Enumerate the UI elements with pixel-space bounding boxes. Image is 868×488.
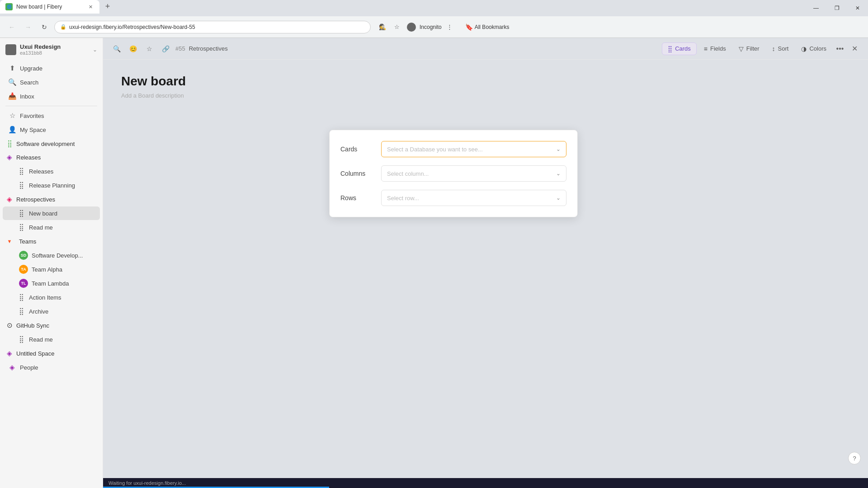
software-dev-section[interactable]: ⣿ Software development <box>3 137 100 150</box>
archive-icon: ⣿ <box>17 307 25 315</box>
upgrade-icon: ⬆ <box>8 64 16 72</box>
more-options-button[interactable]: ••• <box>834 42 846 55</box>
bookmark-star-icon[interactable]: ☆ <box>391 21 403 33</box>
sidebar-item-inbox[interactable]: 📥 Inbox <box>3 89 100 103</box>
sidebar-item-upgrade[interactable]: ⬆ Upgrade <box>3 61 100 75</box>
retrospectives-section[interactable]: ◈ Retrospectives <box>3 193 100 206</box>
cards-config-row: Cards Select a Database you want to see.… <box>340 141 566 157</box>
sort-icon: ↕ <box>772 45 775 52</box>
releases-icon: ⣿ <box>17 167 25 175</box>
releases-section[interactable]: ◈ Releases <box>3 151 100 164</box>
sidebar-item-team-sd[interactable]: SD Software Develop... <box>3 249 100 262</box>
rows-config-label: Rows <box>340 194 381 202</box>
sidebar-item-my-space[interactable]: 👤 My Space <box>3 123 100 136</box>
incognito-label: Incognito <box>420 24 442 30</box>
workspace-chevron-icon: ⌄ <box>93 47 97 53</box>
new-tab-button[interactable]: + <box>101 0 114 13</box>
tab-favicon: 🌀 <box>5 3 13 10</box>
minimize-button[interactable]: — <box>806 0 826 16</box>
config-panel: Cards Select a Database you want to see.… <box>329 130 578 217</box>
lock-icon: 🔒 <box>60 24 66 30</box>
url-bar[interactable]: 🔒 uxui-redesign.fibery.io/Retrospectives… <box>54 21 371 33</box>
teams-section[interactable]: ▼ Teams <box>3 235 100 248</box>
toolbar-emoji-icon[interactable]: 😊 <box>127 42 139 55</box>
workspace-name: Uxui Redesign <box>20 43 61 50</box>
columns-config-row: Columns Select column... ⌄ <box>340 165 566 182</box>
toolbar-link-icon[interactable]: 🔗 <box>159 42 172 55</box>
cards-view-button[interactable]: ⣿ Cards <box>662 42 697 55</box>
columns-select-placeholder: Select column... <box>387 170 429 177</box>
restore-button[interactable]: ❐ <box>826 0 847 16</box>
sidebar-item-favorites[interactable]: ☆ Favorites <box>3 109 100 122</box>
sidebar-item-archive[interactable]: ⣿ Archive <box>3 305 100 318</box>
sidebar-item-team-lambda[interactable]: TL Team Lambda <box>3 277 100 290</box>
all-bookmarks-label: All Bookmarks <box>475 24 509 30</box>
github-readme-icon: ⣿ <box>17 335 25 343</box>
fields-icon: ≡ <box>704 45 708 52</box>
sidebar-item-search[interactable]: 🔍 Search <box>3 75 100 89</box>
team-sd-label: Software Develop... <box>32 252 83 259</box>
sidebar-item-new-board[interactable]: ⣿ New board <box>3 206 100 220</box>
tab-close-button[interactable]: ✕ <box>87 3 94 10</box>
columns-select-chevron-icon: ⌄ <box>556 170 561 177</box>
refresh-button[interactable]: ↻ <box>38 21 51 33</box>
toolbar-search-icon[interactable]: 🔍 <box>110 42 123 55</box>
github-icon: ⊙ <box>5 321 14 329</box>
columns-select[interactable]: Select column... ⌄ <box>381 165 566 182</box>
rows-select-placeholder: Select row... <box>387 195 419 202</box>
colors-button[interactable]: ◑ Colors <box>796 43 832 55</box>
status-text: Waiting for uxui-redesign.fibery.io... <box>108 480 186 486</box>
page-title: New board <box>121 74 850 89</box>
sidebar-item-team-alpha[interactable]: TA Team Alpha <box>3 263 100 276</box>
retrospectives-icon: ◈ <box>5 195 14 203</box>
teams-chevron-icon: ▼ <box>5 237 14 245</box>
workspace-header[interactable]: Uxui Redesign ea131bb8 ⌄ <box>0 38 103 59</box>
toolbar-star-icon[interactable]: ☆ <box>143 42 156 55</box>
untitled-space-label: Untitled Space <box>16 350 55 357</box>
team-sd-avatar: SD <box>19 251 28 260</box>
toolbar: 🔍 😊 ☆ 🔗 #55 Retrospectives ⣿ Cards ≡ Fie… <box>103 38 868 60</box>
software-dev-icon: ⣿ <box>5 140 14 148</box>
page-description[interactable]: Add a Board description <box>121 92 850 99</box>
extension-icon[interactable]: 🕵 <box>376 21 389 33</box>
back-button[interactable]: ← <box>5 21 18 33</box>
cards-select-chevron-icon: ⌄ <box>556 146 561 152</box>
teams-label: Teams <box>19 238 36 245</box>
favorites-icon: ☆ <box>8 112 16 120</box>
status-bar: Waiting for uxui-redesign.fibery.io... <box>103 478 868 488</box>
sidebar-item-people[interactable]: ◈ People <box>3 361 100 374</box>
colors-icon: ◑ <box>801 45 807 52</box>
forward-button[interactable]: → <box>22 21 34 33</box>
sidebar: Uxui Redesign ea131bb8 ⌄ ⬆ Upgrade 🔍 Sea… <box>0 38 103 488</box>
workspace-id: ea131bb8 <box>20 50 61 56</box>
rows-config-row: Rows Select row... ⌄ <box>340 190 566 206</box>
more-options-icon[interactable]: ⋮ <box>443 21 456 33</box>
browser-tab[interactable]: 🌀 New board | Fibery ✕ <box>0 0 99 14</box>
sidebar-item-read-me[interactable]: ⣿ Read me <box>3 221 100 234</box>
close-panel-button[interactable]: ✕ <box>848 42 861 55</box>
sort-button[interactable]: ↕ Sort <box>767 43 794 55</box>
untitled-space-section[interactable]: ◈ Untitled Space <box>3 347 100 360</box>
close-button[interactable]: ✕ <box>847 0 868 16</box>
fields-button[interactable]: ≡ Fields <box>698 43 731 55</box>
cards-select-placeholder: Select a Database you want to see... <box>387 146 483 153</box>
sidebar-item-github-readme[interactable]: ⣿ Read me <box>3 333 100 346</box>
github-sync-section[interactable]: ⊙ GitHub Sync <box>3 319 100 332</box>
team-alpha-avatar: TA <box>19 265 28 274</box>
help-button[interactable]: ? <box>848 452 861 465</box>
filter-button[interactable]: ▽ Filter <box>733 43 765 55</box>
filter-icon: ▽ <box>739 45 744 52</box>
github-sync-label: GitHub Sync <box>16 322 49 329</box>
untitled-space-icon: ◈ <box>5 349 14 357</box>
sidebar-item-release-planning[interactable]: ⣿ Release Planning <box>3 178 100 192</box>
release-planning-icon: ⣿ <box>17 181 25 189</box>
sidebar-item-releases[interactable]: ⣿ Releases <box>3 164 100 178</box>
cards-database-select[interactable]: Select a Database you want to see... ⌄ <box>381 141 566 157</box>
rows-select[interactable]: Select row... ⌄ <box>381 190 566 206</box>
profile-icon[interactable] <box>405 21 418 33</box>
url-text: uxui-redesign.fibery.io/Retrospectives/N… <box>69 24 365 30</box>
sidebar-item-action-items[interactable]: ⣿ Action Items <box>3 291 100 304</box>
breadcrumb[interactable]: Retrospectives <box>189 45 228 52</box>
software-dev-label: Software development <box>16 141 75 147</box>
people-icon: ◈ <box>8 363 16 371</box>
